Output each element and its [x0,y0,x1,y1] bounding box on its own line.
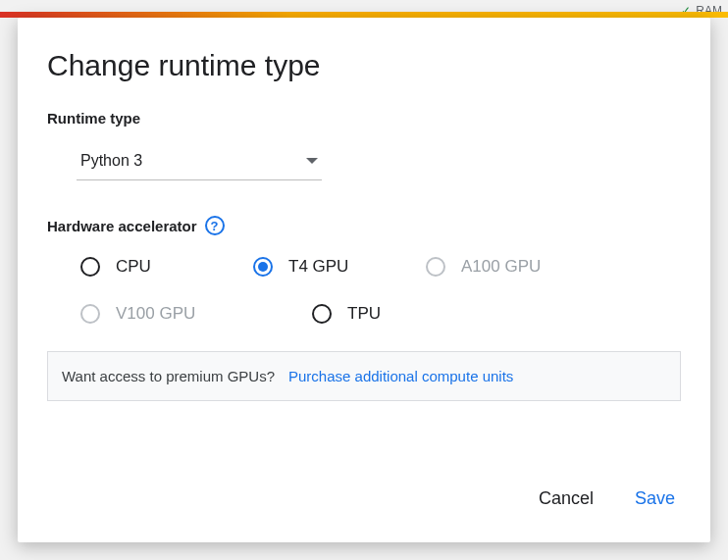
runtime-type-dropdown[interactable]: Python 3 [77,146,322,180]
accelerator-row-2: V100 GPU TPU [80,304,681,324]
radio-cpu[interactable]: CPU [80,257,208,277]
accelerator-label-text: Hardware accelerator [47,218,197,234]
runtime-dialog: Change runtime type Runtime type Python … [18,18,710,542]
radio-icon [426,257,445,277]
radio-a100-gpu: A100 GPU [426,257,553,277]
radio-label: A100 GPU [461,257,541,277]
radio-label: V100 GPU [116,304,195,324]
dialog-footer: Cancel Save [18,463,710,542]
radio-label: TPU [347,304,381,324]
radio-tpu[interactable]: TPU [312,304,440,324]
radio-icon [80,257,100,277]
radio-icon [80,304,100,324]
premium-gpu-promo: Want access to premium GPUs? Purchase ad… [47,351,681,401]
dialog-body: Change runtime type Runtime type Python … [18,18,710,463]
help-icon[interactable]: ? [205,216,225,235]
radio-label: T4 GPU [288,257,348,277]
cancel-button[interactable]: Cancel [535,483,598,515]
chevron-down-icon [306,158,318,164]
accelerator-row-1: CPU T4 GPU A100 GPU [80,257,681,277]
radio-v100-gpu: V100 GPU [80,304,208,324]
save-button[interactable]: Save [631,483,679,515]
runtime-type-value: Python 3 [80,152,142,170]
promo-text: Want access to premium GPUs? [62,368,275,384]
dialog-title: Change runtime type [47,49,681,82]
accelerator-label: Hardware accelerator ? [47,216,681,235]
accelerator-radio-group: CPU T4 GPU A100 GPU V100 GPU T [80,257,681,324]
radio-icon [312,304,332,324]
radio-t4-gpu[interactable]: T4 GPU [253,257,381,277]
purchase-compute-link[interactable]: Purchase additional compute units [288,368,513,384]
radio-label: CPU [116,257,151,277]
runtime-type-label: Runtime type [47,110,681,127]
radio-icon-selected [253,257,273,277]
